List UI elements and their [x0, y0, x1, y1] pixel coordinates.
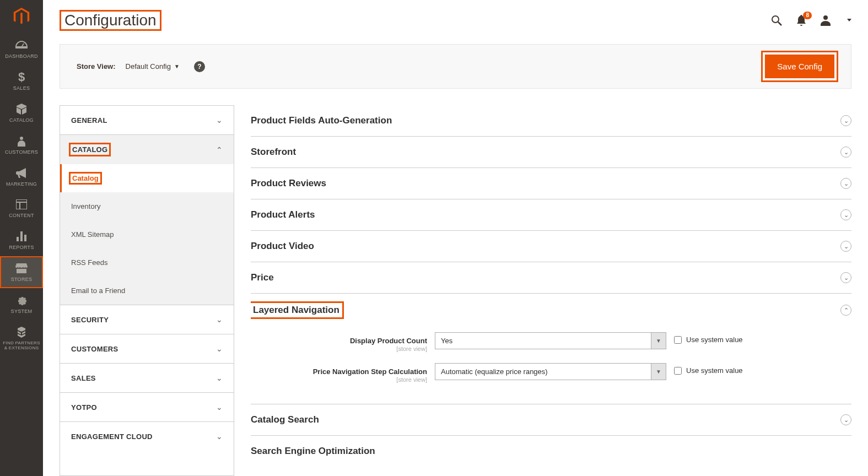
expand-icon: ⌄	[840, 272, 851, 283]
tab-group-header-yotpo[interactable]: YOTPO ⌄	[60, 393, 234, 421]
nav-label: FIND PARTNERS & EXTENSIONS	[2, 341, 41, 351]
section-product-video: Product Video ⌄	[251, 231, 851, 262]
expand-icon: ⌄	[840, 115, 851, 126]
tab-group-label: CUSTOMERS	[71, 345, 118, 353]
section-product-alerts: Product Alerts ⌄	[251, 199, 851, 231]
section-title: Storefront	[251, 147, 296, 158]
section-header[interactable]: Storefront ⌄	[251, 147, 851, 158]
section-body: Display Product Count [store view] Yes ▼…	[251, 317, 851, 383]
expand-icon: ⌄	[840, 147, 851, 158]
section-header[interactable]: Product Fields Auto-Generation ⌄	[251, 115, 851, 126]
display-product-count-select[interactable]: Yes	[435, 332, 666, 349]
nav-system[interactable]: SYSTEM	[0, 288, 43, 320]
main-content: Configuration 8 Store View: Default Conf…	[43, 0, 868, 476]
nav-sales[interactable]: $ SALES	[0, 65, 43, 97]
chart-icon	[16, 230, 27, 243]
cube-icon	[16, 102, 27, 116]
user-menu[interactable]	[821, 15, 851, 26]
tab-group-header-general[interactable]: GENERAL ⌄	[60, 106, 234, 134]
tab-group-catalog: CATALOG ⌃ Catalog Inventory XML Sitemap …	[60, 135, 234, 305]
caret-down-icon	[847, 19, 851, 22]
tab-group-header-engagement[interactable]: ENGAGEMENT CLOUD ⌄	[60, 422, 234, 451]
nav-label: SALES	[13, 86, 30, 91]
tab-group-header-sales[interactable]: SALES ⌄	[60, 364, 234, 392]
section-header[interactable]: Price ⌄	[251, 272, 851, 283]
tab-group-header-customers[interactable]: CUSTOMERS ⌄	[60, 334, 234, 363]
tab-sub-catalog[interactable]: Catalog	[60, 164, 234, 192]
svg-line-9	[778, 22, 781, 25]
tab-sub-inventory[interactable]: Inventory	[60, 192, 234, 220]
field-scope: [store view]	[251, 376, 427, 383]
magento-logo-icon	[13, 8, 30, 25]
expand-icon: ⌄	[840, 241, 851, 252]
dollar-icon: $	[18, 71, 25, 84]
nav-reports[interactable]: REPORTS	[0, 224, 43, 256]
nav-catalog[interactable]: CATALOG	[0, 97, 43, 129]
nav-dashboard[interactable]: DASHBOARD	[0, 33, 43, 65]
tab-group-label: SECURITY	[71, 316, 109, 324]
chevron-down-icon: ⌄	[216, 403, 223, 412]
expand-icon: ⌄	[840, 414, 851, 425]
section-header[interactable]: Product Alerts ⌄	[251, 209, 851, 220]
notification-count: 8	[803, 12, 812, 19]
tab-group-label: ENGAGEMENT CLOUD	[71, 432, 153, 441]
use-system-value[interactable]: Use system value	[674, 332, 743, 344]
tab-group-general: GENERAL ⌄	[60, 106, 234, 135]
expand-icon: ⌄	[840, 209, 851, 220]
tab-sub-rss-feeds[interactable]: RSS Feeds	[60, 248, 234, 277]
magento-logo[interactable]	[0, 0, 43, 33]
help-button[interactable]: ?	[194, 61, 205, 72]
section-title: Layered Navigation	[251, 304, 342, 317]
search-button[interactable]	[771, 15, 782, 26]
field-price-navigation-step: Price Navigation Step Calculation [store…	[251, 363, 851, 383]
store-view-label: Store View:	[77, 62, 116, 71]
tab-group-label: YOTPO	[71, 403, 97, 412]
chevron-up-icon: ⌃	[216, 145, 223, 154]
use-system-checkbox[interactable]	[674, 336, 682, 344]
expand-icon: ⌄	[840, 178, 851, 189]
nav-marketing[interactable]: MARKETING	[0, 161, 43, 193]
section-catalog-search: Catalog Search ⌄	[251, 404, 851, 436]
tab-group-label: SALES	[71, 374, 96, 382]
section-header[interactable]: Search Engine Optimization	[251, 446, 851, 457]
tab-group-header-catalog[interactable]: CATALOG ⌃	[60, 135, 234, 164]
tab-group-header-security[interactable]: SECURITY ⌄	[60, 305, 234, 334]
section-header[interactable]: Layered Navigation ⌃	[251, 304, 851, 317]
use-system-checkbox[interactable]	[674, 367, 682, 375]
section-title: Price	[251, 272, 274, 283]
tab-group-label: GENERAL	[71, 116, 107, 125]
section-header[interactable]: Product Reviews ⌄	[251, 178, 851, 189]
field-scope: [store view]	[251, 345, 427, 352]
svg-point-10	[823, 15, 828, 20]
user-icon	[821, 15, 831, 26]
store-view-select[interactable]: Default Config ▼	[126, 62, 180, 71]
save-config-button[interactable]: Save Config	[765, 55, 834, 78]
chevron-down-icon: ⌄	[216, 432, 223, 441]
notifications-button[interactable]: 8	[796, 15, 806, 26]
nav-find-partners[interactable]: FIND PARTNERS & EXTENSIONS	[0, 320, 43, 356]
page-title: Configuration	[60, 10, 161, 31]
field-label-col: Display Product Count [store view]	[251, 332, 427, 352]
nav-customers[interactable]: CUSTOMERS	[0, 129, 43, 161]
tab-group-yotpo: YOTPO ⌄	[60, 393, 234, 422]
section-header[interactable]: Product Video ⌄	[251, 241, 851, 252]
tab-group-label: CATALOG	[71, 145, 109, 154]
nav-stores[interactable]: STORES	[0, 256, 43, 288]
section-title: Product Fields Auto-Generation	[251, 115, 392, 126]
tab-sub-email-friend[interactable]: Email to a Friend	[60, 277, 234, 305]
person-icon	[18, 134, 25, 148]
section-price: Price ⌄	[251, 262, 851, 294]
section-header[interactable]: Catalog Search ⌄	[251, 414, 851, 425]
field-control: Automatic (equalize price ranges) ▼	[435, 363, 666, 380]
section-product-fields: Product Fields Auto-Generation ⌄	[251, 105, 851, 137]
section-product-reviews: Product Reviews ⌄	[251, 168, 851, 199]
tab-group-customers: CUSTOMERS ⌄	[60, 334, 234, 364]
price-navigation-step-select[interactable]: Automatic (equalize price ranges)	[435, 363, 666, 380]
use-system-value[interactable]: Use system value	[674, 363, 743, 375]
tab-sub-xml-sitemap[interactable]: XML Sitemap	[60, 220, 234, 248]
nav-content[interactable]: CONTENT	[0, 192, 43, 224]
toolbar: Store View: Default Config ▼ ? Save Conf…	[60, 44, 851, 89]
config-tabs: GENERAL ⌄ CATALOG ⌃ Catalog Inventory XM…	[60, 105, 234, 476]
store-icon	[15, 262, 28, 275]
page-header: Configuration 8	[43, 0, 868, 44]
